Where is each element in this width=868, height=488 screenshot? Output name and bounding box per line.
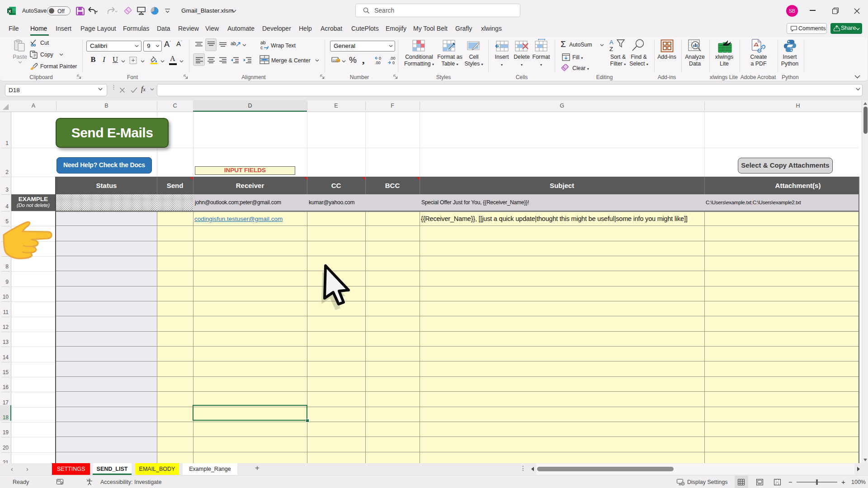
svg-text:X: X [8,9,11,14]
svg-text:0: 0 [392,61,395,65]
svg-text:A: A [609,39,613,46]
svg-text:cc: cc [333,58,336,62]
svg-text:Z: Z [609,46,613,52]
svg-text:.00: .00 [375,61,381,65]
svg-text:c: c [260,45,263,50]
svg-text:ab: ab [231,41,236,46]
svg-text:.00: .00 [390,56,396,61]
svg-text:0: 0 [379,56,381,61]
